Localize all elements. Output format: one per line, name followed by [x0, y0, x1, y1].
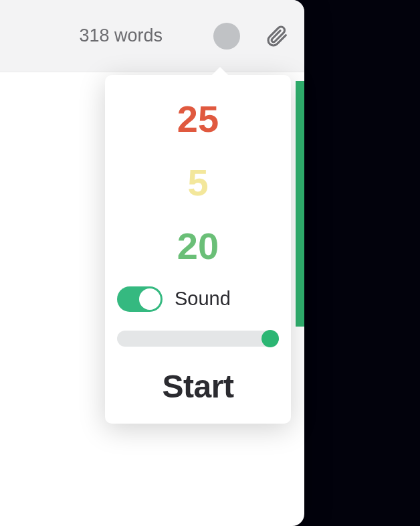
- sound-toggle[interactable]: [117, 286, 163, 312]
- toggle-knob: [139, 288, 161, 310]
- toolbar: 318 words: [0, 0, 304, 72]
- pomodoro-popover: 25 5 20 Sound Start: [105, 75, 291, 424]
- sound-label: Sound: [175, 288, 231, 310]
- volume-slider[interactable]: [117, 331, 279, 347]
- paperclip-icon[interactable]: [266, 25, 288, 48]
- short-break-duration[interactable]: 5: [105, 151, 291, 214]
- slider-thumb[interactable]: [261, 330, 279, 347]
- pomodoro-timer-button[interactable]: [213, 23, 240, 50]
- sound-row: Sound: [105, 278, 291, 319]
- long-break-duration[interactable]: 20: [105, 214, 291, 278]
- timer-duration-list: 25 5 20: [105, 87, 291, 278]
- word-count: 318 words: [79, 25, 163, 46]
- work-duration[interactable]: 25: [105, 87, 291, 151]
- start-button[interactable]: Start: [105, 356, 291, 424]
- volume-slider-row: [105, 319, 291, 356]
